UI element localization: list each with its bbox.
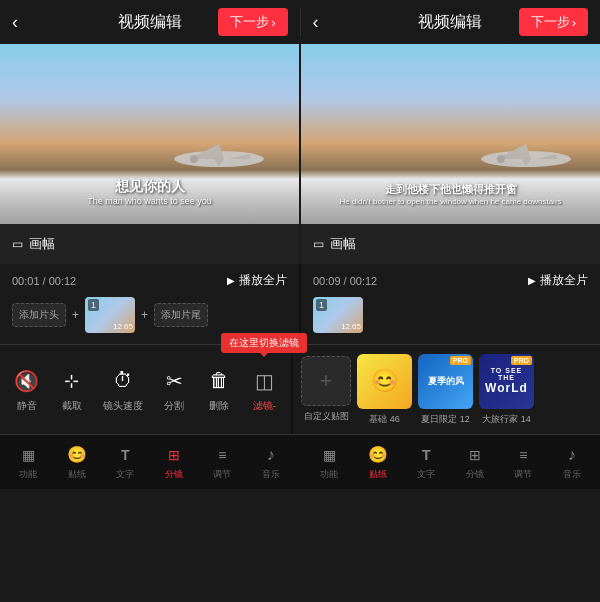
right-timeline: 00:09 / 00:12 ▶ 播放全片 1 12.65: [301, 264, 600, 344]
sticker-world-label: 大旅行家 14: [482, 413, 531, 426]
nav-left-split[interactable]: ⊞ 分镜: [161, 440, 187, 485]
top-headers: ‹ 视频编辑 下一步 › ‹ 视频编辑 下一步 ›: [0, 0, 600, 44]
nav-split-icon: ⊞: [163, 444, 185, 466]
right-play-all-button[interactable]: ▶ 播放全片: [528, 272, 588, 289]
right-subtitle-sub: He didn't bother to open the window when…: [316, 197, 585, 206]
nav-right-edit-label: 功能: [320, 468, 338, 481]
right-time-playrow: 00:09 / 00:12 ▶ 播放全片: [313, 272, 588, 289]
nav-right-edit-icon: ▦: [318, 444, 340, 466]
crop-label: 截取: [62, 399, 82, 413]
nav-right-edit[interactable]: ▦ 功能: [316, 440, 342, 485]
right-clip-number: 1: [316, 299, 327, 311]
right-next-button[interactable]: 下一步 ›: [519, 8, 588, 36]
left-canvas-label: 画幅: [29, 235, 55, 253]
nav-sticker-icon: 😊: [66, 444, 88, 466]
left-subtitle: 想见你的人 The man who wants to see you: [15, 178, 284, 206]
custom-sticker-label: 自定义贴图: [304, 410, 349, 423]
nav-right-sticker[interactable]: 😊 贴纸: [365, 440, 391, 485]
left-clip-thumb[interactable]: 1 12.65: [85, 297, 135, 333]
nav-adjust-icon: ≡: [211, 444, 233, 466]
previews-row: 想见你的人 The man who wants to see you 走到他楼下…: [0, 44, 600, 224]
tool-delete[interactable]: 🗑 删除: [201, 361, 237, 419]
left-time-display: 00:01 / 00:12: [12, 275, 76, 287]
left-plus-icon-2: +: [141, 308, 148, 322]
right-back-button[interactable]: ‹: [313, 12, 319, 33]
sticker-basic-visual: 😊: [357, 354, 412, 409]
nav-right-split-label: 分镜: [466, 468, 484, 481]
left-back-button[interactable]: ‹: [12, 12, 18, 33]
left-plus-icon: +: [72, 308, 79, 322]
nav-right-text[interactable]: T 文字: [413, 440, 439, 485]
left-tools-list: 🔇 静音 ⊹ 截取 ⏱ 镜头速度 ✂ 分割 🗑 删除 在这里切换滤镜 ◫: [0, 345, 291, 434]
split-icon: ✂: [160, 367, 188, 395]
nav-text-label: 文字: [116, 468, 134, 481]
left-add-tail-button[interactable]: 添加片尾: [154, 303, 208, 327]
nav-left-edit[interactable]: ▦ 功能: [15, 440, 41, 485]
nav-sticker-label: 贴纸: [68, 468, 86, 481]
right-canvas-icon: ▭: [313, 237, 324, 251]
nav-right-music-icon: ♪: [561, 444, 583, 466]
nav-adjust-label: 调节: [213, 468, 231, 481]
canvas-row: ▭ 画幅 ▭ 画幅: [0, 224, 600, 264]
tool-split[interactable]: ✂ 分割: [156, 361, 192, 419]
airplane-svg: [169, 134, 269, 174]
nav-right-split[interactable]: ⊞ 分镜: [462, 440, 488, 485]
custom-plus-icon: +: [320, 368, 333, 394]
nav-left-text[interactable]: T 文字: [112, 440, 138, 485]
left-canvas-icon: ▭: [12, 237, 23, 251]
left-clip-number: 1: [88, 299, 99, 311]
nav-right-sticker-label: 贴纸: [369, 468, 387, 481]
right-canvas-label: 画幅: [330, 235, 356, 253]
nav-right-adjust[interactable]: ≡ 调节: [510, 440, 536, 485]
tool-speed[interactable]: ⏱ 镜头速度: [99, 361, 147, 419]
filter-label: 滤镜-: [253, 399, 276, 413]
summer-pro-badge: PRO: [450, 356, 471, 365]
right-preview: 走到他楼下他也懒得推开窗 He didn't bother to open th…: [301, 44, 600, 224]
speed-icon: ⏱: [109, 367, 137, 395]
right-nav-panel: ▦ 功能 😊 贴纸 T 文字 ⊞ 分镜 ≡ 调节 ♪ 音乐: [301, 435, 600, 489]
left-preview: 想见你的人 The man who wants to see you: [0, 44, 299, 224]
left-add-head-button[interactable]: 添加片头: [12, 303, 66, 327]
left-clips-row: 添加片头 + 1 12.65 + 添加片尾: [12, 297, 287, 333]
sticker-basic-thumb: 😊: [357, 354, 412, 409]
filter-icon: ◫: [250, 367, 278, 395]
custom-sticker-button[interactable]: + 自定义贴图: [301, 356, 351, 423]
left-panel-header: ‹ 视频编辑 下一步 ›: [0, 0, 300, 44]
nav-split-label: 分镜: [165, 468, 183, 481]
sticker-summer-thumb: 夏季的风 PRO: [418, 354, 473, 409]
left-next-button[interactable]: 下一步 ›: [218, 8, 287, 36]
right-canvas-panel: ▭ 画幅: [301, 224, 600, 264]
right-title: 视频编辑: [418, 12, 482, 33]
left-play-all-button[interactable]: ▶ 播放全片: [227, 272, 287, 289]
sticker-basic-item[interactable]: 😊 基础 46: [357, 354, 412, 426]
nav-left-sticker[interactable]: 😊 贴纸: [64, 440, 90, 485]
svg-point-9: [497, 155, 505, 163]
right-subtitle-main: 走到他楼下他也懒得推开窗: [316, 182, 585, 197]
tool-filter[interactable]: 在这里切换滤镜 ◫ 滤镜-: [246, 361, 282, 419]
right-clip-duration: 12.65: [341, 322, 361, 331]
right-stickers-panel: + 自定义贴图 😊 基础 46 夏季的风 PRO 夏日限定 12 TO SEE …: [293, 345, 600, 434]
mute-icon: 🔇: [13, 367, 41, 395]
nav-left-adjust[interactable]: ≡ 调节: [209, 440, 235, 485]
left-tools-panel: 🔇 静音 ⊹ 截取 ⏱ 镜头速度 ✂ 分割 🗑 删除 在这里切换滤镜 ◫: [0, 345, 291, 434]
nav-text-icon: T: [114, 444, 136, 466]
delete-label: 删除: [209, 399, 229, 413]
nav-right-music[interactable]: ♪ 音乐: [559, 440, 585, 485]
delete-icon: 🗑: [205, 367, 233, 395]
tool-mute[interactable]: 🔇 静音: [9, 361, 45, 419]
tool-crop[interactable]: ⊹ 截取: [54, 361, 90, 419]
sticker-world-item[interactable]: TO SEE THE WorLd PRO 大旅行家 14: [479, 354, 534, 426]
left-play-icon: ▶: [227, 275, 235, 286]
nav-right-text-icon: T: [415, 444, 437, 466]
right-play-icon: ▶: [528, 275, 536, 286]
left-clip-duration: 12.65: [113, 322, 133, 331]
nav-right-text-label: 文字: [417, 468, 435, 481]
nav-music-label: 音乐: [262, 468, 280, 481]
left-time-playrow: 00:01 / 00:12 ▶ 播放全片: [12, 272, 287, 289]
sticker-summer-item[interactable]: 夏季的风 PRO 夏日限定 12: [418, 354, 473, 426]
nav-left-music[interactable]: ♪ 音乐: [258, 440, 284, 485]
left-nav-panel: ▦ 功能 😊 贴纸 T 文字 ⊞ 分镜 ≡ 调节 ♪ 音乐: [0, 435, 299, 489]
right-subtitle: 走到他楼下他也懒得推开窗 He didn't bother to open th…: [316, 182, 585, 206]
left-subtitle-main: 想见你的人: [15, 178, 284, 196]
right-clip-thumb[interactable]: 1 12.65: [313, 297, 363, 333]
